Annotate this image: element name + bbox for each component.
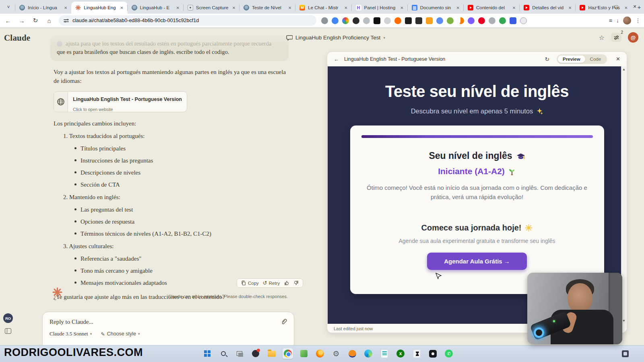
extension-icon[interactable]	[394, 17, 401, 24]
composer-input[interactable]: Reply to Claude...	[50, 319, 93, 325]
account-avatar[interactable]: @	[628, 32, 638, 43]
extension-icon[interactable]	[342, 17, 349, 24]
tab-close-icon[interactable]: ✕	[119, 5, 124, 11]
extension-icon[interactable]	[374, 17, 380, 24]
copy-button[interactable]: Copy	[241, 280, 259, 286]
section-title: 2. Mantenido en inglés:	[63, 193, 290, 202]
extension-icon[interactable]	[499, 17, 506, 24]
thumbs-down-button[interactable]	[293, 280, 299, 286]
chat-settings-button[interactable]: 2	[611, 33, 621, 42]
tab-close-icon[interactable]: ✕	[399, 5, 404, 11]
browser-menu-icon[interactable]: ⋮	[635, 17, 641, 24]
schedule-free-class-button[interactable]: Agendar Aula Grátis →	[427, 253, 527, 270]
xbox-icon[interactable]: x	[395, 348, 406, 359]
tab-close-icon[interactable]: ✕	[456, 5, 460, 11]
maximize-button[interactable]: ▢	[607, 0, 625, 13]
edge-icon[interactable]	[363, 348, 374, 359]
tab-screen-capture[interactable]: Screen Capture ✕	[184, 2, 239, 14]
model-selector[interactable]: Claude 3.5 Sonnet ▾	[50, 331, 92, 337]
close-panel-icon[interactable]: ✕	[616, 56, 620, 62]
file-explorer-icon[interactable]	[266, 348, 277, 359]
extension-icon[interactable]	[405, 17, 412, 24]
scroll-up-icon[interactable]: ▲	[622, 68, 625, 71]
tab-preview[interactable]: Preview	[558, 56, 585, 63]
refresh-icon[interactable]: ↻	[545, 56, 549, 62]
thumbs-up-button[interactable]	[284, 280, 289, 286]
favorite-star-icon[interactable]: ☆	[599, 34, 605, 41]
download-icon[interactable]: ↓	[616, 17, 619, 24]
whatsapp-icon[interactable]: ✆	[444, 348, 454, 359]
scroll-down-icon[interactable]: ▼	[622, 319, 625, 323]
tab-search-button[interactable]: ˅	[3, 2, 14, 12]
extension-icon[interactable]	[457, 17, 464, 24]
hourglass-app-icon[interactable]	[411, 348, 422, 359]
extension-icon[interactable]	[321, 17, 328, 24]
dark-app-icon[interactable]	[427, 348, 438, 359]
media-app-icon[interactable]	[299, 348, 309, 359]
address-bar[interactable]: claude.ai/chat/abe58ab0-ed88-4b6b-90cb-0…	[59, 15, 316, 26]
extension-icon[interactable]	[510, 17, 516, 24]
extension-icon[interactable]	[447, 17, 454, 24]
extension-icon[interactable]	[478, 17, 485, 24]
tab-code[interactable]: Code	[585, 56, 606, 63]
headset-app-icon[interactable]	[347, 348, 357, 359]
tab-close-icon[interactable]: ✕	[287, 5, 292, 11]
notes-app-icon[interactable]	[379, 348, 390, 359]
chrome-icon[interactable]	[283, 348, 293, 359]
list-item: Instrucciones de las preguntas	[74, 156, 290, 165]
tab-panel-hosting[interactable]: H Panel | Hosting ✕	[352, 2, 408, 14]
firefox-icon[interactable]	[315, 348, 325, 359]
style-selector[interactable]: ✎ Choose style ▾	[101, 331, 140, 337]
reload-button[interactable]: ↻	[30, 15, 41, 26]
back-icon[interactable]: ←	[334, 56, 339, 62]
tab-linguahub-claude-active[interactable]: LinguaHub Eng ✕	[71, 2, 127, 14]
extension-icon[interactable]	[363, 17, 370, 24]
chat-title-bar[interactable]: LinguaHub English Proficiency Test ▾	[286, 34, 385, 41]
account-initials-badge[interactable]: RO	[3, 313, 13, 323]
extension-icon[interactable]	[384, 17, 391, 24]
reading-list-icon[interactable]: ≡	[609, 17, 612, 24]
back-button[interactable]: ←	[2, 15, 14, 26]
forward-button[interactable]: →	[16, 15, 27, 26]
tab-le-chat[interactable]: M Le Chat - Mistr ✕	[295, 2, 351, 14]
browser-profile-avatar[interactable]	[623, 16, 631, 25]
tab-close-icon[interactable]: ✕	[343, 5, 348, 11]
pinned-app-icon[interactable]	[250, 348, 261, 359]
home-button[interactable]: ⌂	[43, 15, 55, 26]
tab-documento[interactable]: Documento sin ✕	[408, 2, 464, 14]
search-button[interactable]	[218, 348, 229, 359]
extension-icon[interactable]	[489, 17, 495, 24]
settings-icon[interactable]: ⚙	[331, 348, 341, 359]
artifact-card[interactable]: LinguaHub English Test - Portuguese Vers…	[54, 91, 187, 112]
extension-icon[interactable]	[520, 17, 527, 24]
retry-button[interactable]: ↺ Retry	[263, 280, 280, 286]
task-view-button[interactable]	[234, 348, 245, 359]
tab-close-icon[interactable]: ✕	[568, 5, 572, 11]
tab-teste-nivel[interactable]: Teste de Nível ✕	[239, 2, 295, 14]
attach-file-button[interactable]	[281, 318, 287, 327]
minimize-button[interactable]: –	[588, 0, 607, 13]
tab-close-icon[interactable]: ✕	[63, 5, 68, 11]
extension-icon[interactable]	[426, 17, 433, 24]
tab-inicio[interactable]: Início - Língua ✕	[15, 2, 71, 14]
tab-youtube-2[interactable]: Detalles del vid ✕	[520, 2, 576, 14]
extension-icon[interactable]	[332, 17, 339, 24]
extension-icon[interactable]	[436, 17, 443, 24]
disclaimer-text: Claude can make mistakes. Please double-…	[0, 294, 288, 299]
start-button[interactable]	[202, 348, 213, 359]
tab-close-icon[interactable]: ✕	[231, 5, 236, 11]
system-tray-icon[interactable]	[622, 350, 629, 357]
close-window-button[interactable]: ✕	[625, 0, 644, 13]
extension-icon[interactable]	[415, 17, 422, 24]
message-composer[interactable]: Reply to Claude... Claude 3.5 Sonnet ▾ ✎…	[42, 312, 294, 345]
tab-youtube-1[interactable]: Contenido del ✕	[464, 2, 520, 14]
claude-wordmark[interactable]: Claude	[4, 33, 30, 43]
extension-icon[interactable]	[353, 17, 359, 24]
site-settings-icon[interactable]	[64, 18, 69, 23]
tab-close-icon[interactable]: ✕	[512, 5, 516, 11]
sidebar-toggle-icon[interactable]	[5, 328, 11, 334]
site-hero-title: Teste seu nível de inglês	[328, 82, 626, 101]
tab-close-icon[interactable]: ✕	[175, 5, 180, 11]
tab-linguahub-2[interactable]: LinguaHub - E ✕	[128, 2, 184, 14]
extension-icon[interactable]	[468, 17, 475, 24]
